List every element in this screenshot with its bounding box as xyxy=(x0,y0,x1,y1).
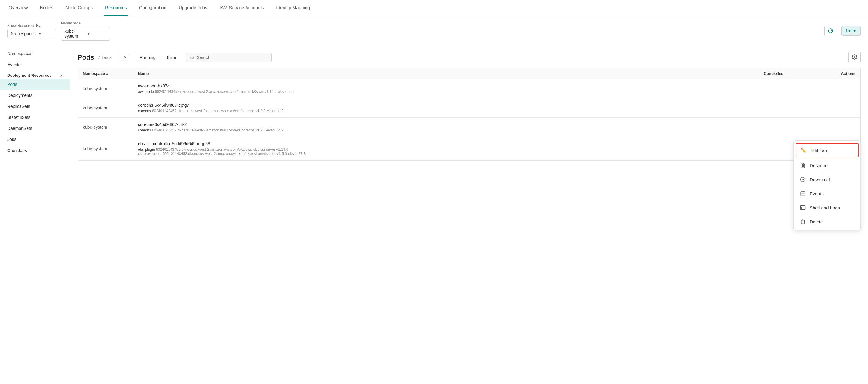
context-menu: ✏️ Edit Yaml Describe xyxy=(794,140,861,230)
pod-meta: ebs-plugin 602401143452.dkr.ecr.us-west-… xyxy=(138,147,764,152)
pod-info: aws-node-hx874 aws-node 602401143452.dkr… xyxy=(138,84,764,94)
settings-button[interactable] xyxy=(848,52,861,63)
refresh-icon xyxy=(828,28,833,34)
filter-error[interactable]: Error xyxy=(161,53,182,62)
filter-group: All Running Error xyxy=(118,53,182,62)
sidebar: Namespaces Events Deployment Resources ∧… xyxy=(0,45,70,384)
top-nav: Overview Nodes Node Groups Resources Con… xyxy=(0,0,868,16)
document-icon xyxy=(800,162,806,168)
tab-identity-mapping[interactable]: Identity Mapping xyxy=(275,0,311,16)
pods-count: 7 items xyxy=(98,55,112,60)
pods-header: Pods 7 items All Running Error xyxy=(78,52,861,63)
pod-info: coredns-6c45d94f67-qpfg7 coredns 6024011… xyxy=(138,103,764,113)
pod-name: coredns-6c45d94f67-qpfg7 xyxy=(138,103,764,107)
trash-icon xyxy=(800,219,806,225)
filter-all[interactable]: All xyxy=(118,53,134,62)
col-header-namespace[interactable]: Namespace ▲ xyxy=(83,71,138,76)
pods-table: Namespace ▲ Name Controlled Actions kube… xyxy=(78,68,861,161)
tab-configuration[interactable]: Configuration xyxy=(138,0,167,16)
sort-up-icon: ▲ xyxy=(105,72,108,75)
table-row: kube-system coredns-6c45d94f67-tfrk2 cor… xyxy=(78,118,860,137)
tab-upgrade-jobs[interactable]: Upgrade Jobs xyxy=(177,0,208,16)
sidebar-item-cron-jobs[interactable]: Cron Jobs xyxy=(0,145,70,156)
controls-row: Show Resources By Namespaces ▼ Namespace… xyxy=(0,16,868,45)
pod-namespace: kube-system xyxy=(83,86,138,91)
sidebar-item-deployments[interactable]: Deployments xyxy=(0,90,70,101)
tab-iam-service-accounts[interactable]: IAM Service Accounts xyxy=(218,0,265,16)
search-box[interactable] xyxy=(186,53,272,62)
terminal-icon xyxy=(800,204,806,211)
pod-name: ebs-csi-controller-5cdd96d649-mqp58 xyxy=(138,141,764,146)
refresh-button[interactable] xyxy=(824,26,837,36)
pods-title: Pods xyxy=(78,54,94,61)
table-row: kube-system aws-node-hx874 aws-node 6024… xyxy=(78,79,860,98)
tab-overview[interactable]: Overview xyxy=(7,0,29,16)
pod-name: aws-node-hx874 xyxy=(138,84,764,88)
main-layout: Namespaces Events Deployment Resources ∧… xyxy=(0,45,868,384)
svg-point-2 xyxy=(854,56,856,58)
calendar-icon xyxy=(800,190,806,197)
sidebar-item-daemonsets[interactable]: DaemonSets xyxy=(0,123,70,134)
namespace-wrapper: Namespace kube-system ▼ xyxy=(61,21,110,41)
tab-nodes[interactable]: Nodes xyxy=(39,0,55,16)
sidebar-item-statefulsets[interactable]: StatefulSets xyxy=(0,112,70,123)
pod-info: coredns-6c45d94f67-tfrk2 coredns 6024011… xyxy=(138,122,764,132)
context-menu-item-download[interactable]: Download xyxy=(794,172,860,187)
interval-button[interactable]: 1m ▼ xyxy=(841,26,861,36)
table-row: kube-system coredns-6c45d94f67-qpfg7 cor… xyxy=(78,98,860,118)
context-menu-item-shell-and-logs[interactable]: Shell and Logs xyxy=(794,200,860,215)
col-header-name: Name xyxy=(138,71,764,76)
search-input[interactable] xyxy=(197,55,267,60)
pod-namespace: kube-system xyxy=(83,125,138,130)
pod-namespace: kube-system xyxy=(83,105,138,110)
svg-rect-7 xyxy=(801,192,805,196)
sidebar-item-pods[interactable]: Pods xyxy=(0,79,70,90)
col-header-actions: Actions xyxy=(819,71,856,76)
pod-meta-2: csi-provisioner 602401143452.dkr.ecr.us-… xyxy=(138,152,764,156)
download-icon xyxy=(800,177,806,183)
context-menu-item-events[interactable]: Events xyxy=(794,187,860,200)
chevron-down-icon: ▼ xyxy=(38,31,53,36)
pod-namespace: kube-system xyxy=(83,146,138,151)
context-menu-item-describe[interactable]: Describe xyxy=(794,158,860,172)
svg-line-1 xyxy=(193,58,194,59)
filter-running[interactable]: Running xyxy=(134,53,161,62)
sidebar-item-events[interactable]: Events xyxy=(0,59,70,70)
content-area: Pods 7 items All Running Error xyxy=(70,45,868,384)
search-icon xyxy=(190,55,194,60)
chevron-up-icon[interactable]: ∧ xyxy=(60,73,63,78)
pod-name: coredns-6c45d94f67-tfrk2 xyxy=(138,122,764,127)
sidebar-item-namespaces[interactable]: Namespaces xyxy=(0,48,70,59)
col-header-controlled: Controlled xyxy=(764,71,819,76)
table-row: kube-system ebs-csi-controller-5cdd96d64… xyxy=(78,137,860,160)
pod-info: ebs-csi-controller-5cdd96d649-mqp58 ebs-… xyxy=(138,141,764,156)
pencil-icon: ✏️ xyxy=(800,147,807,153)
pod-meta: coredns 602401143452.dkr.ecr.us-west-2.a… xyxy=(138,128,764,132)
sidebar-section-deployment-resources: Deployment Resources ∧ xyxy=(0,70,70,79)
chevron-down-icon: ▼ xyxy=(87,31,107,36)
sidebar-section-label: Deployment Resources xyxy=(7,73,52,78)
context-menu-item-delete[interactable]: Delete xyxy=(794,215,860,229)
gear-icon xyxy=(852,54,857,60)
show-resources-wrapper: Show Resources By Namespaces ▼ xyxy=(7,24,56,38)
namespace-dropdown[interactable]: kube-system ▼ xyxy=(61,27,110,41)
tab-node-groups[interactable]: Node Groups xyxy=(64,0,94,16)
pod-meta: coredns 602401143452.dkr.ecr.us-west-2.a… xyxy=(138,109,764,113)
chevron-down-icon: ▼ xyxy=(852,28,857,33)
sidebar-item-replicasets[interactable]: ReplicaSets xyxy=(0,101,70,112)
sidebar-item-jobs[interactable]: Jobs xyxy=(0,134,70,145)
context-menu-item-edit-yaml[interactable]: ✏️ Edit Yaml xyxy=(796,143,859,157)
show-resources-label: Show Resources By xyxy=(7,24,56,28)
show-resources-dropdown[interactable]: Namespaces ▼ xyxy=(7,29,56,38)
namespace-label: Namespace xyxy=(61,21,110,25)
tab-resources[interactable]: Resources xyxy=(104,0,128,16)
table-header-row: Namespace ▲ Name Controlled Actions xyxy=(78,68,860,79)
pod-meta: aws-node 602401143452.dkr.ecr.us-west-2.… xyxy=(138,90,764,94)
